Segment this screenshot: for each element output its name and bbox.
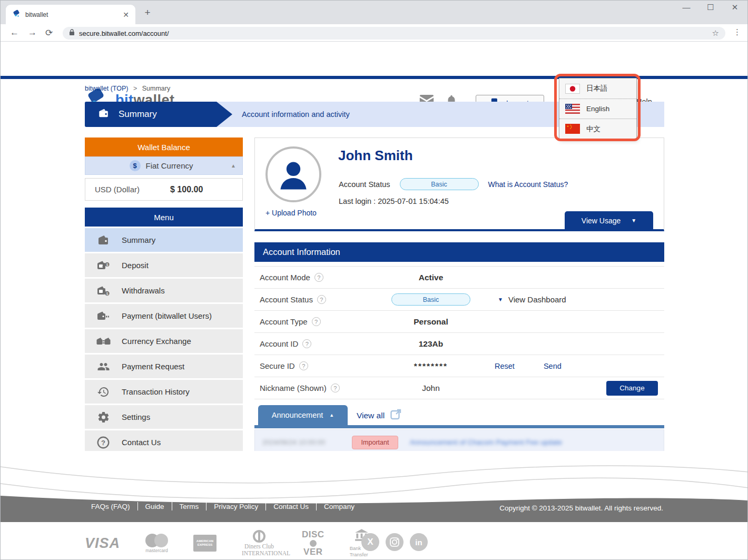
sidebar: Wallet Balance $ Fiat Currency ▲ USD (Do… (85, 137, 243, 454)
view-all-link[interactable]: View all (357, 408, 402, 423)
language-option-chinese[interactable]: 中文 (559, 119, 636, 139)
fiat-currency-toggle[interactable]: $ Fiat Currency ▲ (85, 156, 243, 175)
account-status-label: Account Status (339, 180, 390, 189)
back-icon[interactable]: ← (10, 27, 19, 38)
breadcrumb-separator: > (133, 85, 137, 92)
language-option-japanese[interactable]: 日本語 (559, 78, 636, 99)
help-circle-icon[interactable] (312, 317, 321, 326)
language-dropdown: 日本語 English 中文 (559, 78, 637, 139)
us-flag-icon (565, 104, 580, 114)
footer-link-terms[interactable]: Terms (172, 503, 206, 510)
bookmark-star-icon[interactable]: ☆ (712, 28, 719, 38)
amex-logo-icon: AMERICAN EXPRESS (193, 535, 216, 552)
payment-icon (85, 310, 122, 322)
announcement-divider-bar (254, 425, 664, 428)
help-circle-icon[interactable] (314, 273, 323, 282)
browser-menu-icon[interactable]: ⋮ (733, 27, 741, 37)
close-window-icon[interactable]: ✕ (731, 3, 739, 12)
announcement-item[interactable]: 2024/06/22 14:00:00 Important Additional… (262, 455, 656, 479)
footer-link-contact[interactable]: Contact Us (266, 503, 316, 510)
maximize-icon[interactable]: ☐ (706, 3, 715, 12)
social-links: X in (361, 533, 428, 551)
people-icon (85, 360, 122, 373)
currency-amount: $ 100.00 (170, 185, 203, 194)
minimize-icon[interactable]: — (682, 3, 691, 12)
view-dashboard-link[interactable]: ▼ View Dashboard (498, 295, 566, 304)
sidebar-item-settings[interactable]: Settings (85, 405, 243, 429)
row-account-status: Account Status Basic ▼ View Dashboard (254, 289, 664, 311)
account-id-value: 123Ab (376, 339, 486, 349)
help-circle-icon[interactable] (299, 361, 308, 370)
change-button[interactable]: Change (606, 381, 658, 396)
profile-card: + Upload Photo John Smith Account Status… (254, 137, 664, 231)
discover-logo-icon: DISCVER (302, 529, 324, 557)
chevron-up-icon: ▲ (231, 163, 236, 169)
diners-club-logo-icon: Diners Club INTERNATIONAL (242, 529, 277, 556)
sidebar-item-withdrawals[interactable]: $ Withdrawals (85, 279, 243, 302)
help-circle-icon[interactable] (302, 339, 311, 348)
language-option-english[interactable]: English (559, 99, 636, 119)
reload-icon[interactable]: ⟳ (45, 27, 53, 38)
lock-icon (69, 28, 75, 38)
account-type-value: Personal (376, 317, 486, 327)
announcement-title-link[interactable]: Additional Payment Option in USD (United… (410, 464, 603, 471)
send-link[interactable]: Send (544, 362, 562, 370)
sidebar-item-currency-exchange[interactable]: Currency Exchange (85, 329, 243, 353)
announcement-date: 2024/06/24 10:00:00 (262, 438, 340, 446)
currency-label: USD (Dollar) (95, 185, 140, 194)
account-information-table: Account Mode Active Account Status Basic… (254, 266, 664, 399)
important-badge: Important (352, 460, 398, 474)
reset-link[interactable]: Reset (495, 362, 515, 370)
sidebar-item-payment[interactable]: Payment (bitwallet Users) (85, 304, 243, 328)
external-link-icon (390, 408, 402, 423)
tab-title: bitwallet (25, 11, 123, 18)
announcement-title-link[interactable]: Announcement of Chacom Payment Fee updat… (410, 438, 562, 446)
summary-wallet-icon (85, 234, 122, 247)
chevron-up-icon: ▲ (329, 412, 334, 418)
wallet-balance-header: Wallet Balance (85, 137, 243, 156)
footer-link-company[interactable]: Company (317, 503, 362, 510)
sidebar-item-contact-us[interactable]: ? Contact Us (85, 430, 243, 454)
breadcrumb: bitwallet (TOP) > Summary (85, 85, 170, 92)
balance-row-usd: USD (Dollar) $ 100.00 (85, 178, 243, 201)
footer-link-privacy[interactable]: Privacy Policy (206, 503, 265, 510)
secure-id-value: ******** (376, 361, 486, 371)
tab-announcement[interactable]: Announcement ▲ (258, 405, 348, 425)
help-circle-icon[interactable] (331, 384, 340, 392)
instagram-icon[interactable] (386, 533, 403, 551)
account-information-header: Account Information (254, 242, 664, 262)
history-clock-icon (85, 386, 122, 398)
site-header: bitwallet Logout ▼ English ▼ Help (1, 42, 747, 76)
svg-text:$: $ (106, 291, 108, 295)
chevron-down-icon: ▼ (631, 218, 636, 223)
breadcrumb-home-link[interactable]: bitwallet (TOP) (85, 85, 128, 92)
sidebar-item-payment-request[interactable]: Payment Request (85, 355, 243, 378)
forward-icon[interactable]: → (28, 27, 37, 38)
what-is-account-status-link[interactable]: What is Account Status? (488, 180, 568, 189)
help-circle-icon[interactable] (317, 295, 326, 304)
deposit-icon: $ (85, 259, 122, 272)
footer-link-guide[interactable]: Guide (138, 503, 172, 510)
footer-link-faq[interactable]: FAQs (FAQ) (91, 503, 137, 510)
svg-text:?: ? (101, 438, 105, 446)
visa-logo-icon: VISA (85, 535, 120, 552)
important-badge: Important (352, 436, 398, 449)
browser-tab[interactable]: bitwallet ✕ (6, 5, 135, 24)
close-tab-icon[interactable]: ✕ (123, 11, 129, 19)
sidebar-item-deposit[interactable]: $ Deposit (85, 253, 243, 277)
view-usage-button[interactable]: View Usage ▼ (565, 211, 653, 230)
sidebar-item-summary[interactable]: Summary (85, 228, 243, 252)
currency-exchange-icon (85, 335, 122, 348)
x-twitter-icon[interactable]: X (361, 533, 379, 551)
upload-photo-link[interactable]: + Upload Photo (265, 209, 317, 217)
row-nickname: Nickname (Shown) John Change (254, 377, 664, 399)
sidebar-item-transaction-history[interactable]: Transaction History (85, 380, 243, 404)
announcement-panel: 2024/06/24 10:00:00 Important Announceme… (254, 429, 664, 483)
new-tab-icon[interactable]: + (141, 6, 154, 19)
announcement-item[interactable]: 2024/06/24 10:00:00 Important Announceme… (262, 430, 656, 455)
status-badge: Basic (400, 178, 479, 190)
linkedin-icon[interactable]: in (410, 533, 428, 551)
menu-header: Menu (85, 208, 243, 227)
row-account-id: Account ID 123Ab (254, 333, 664, 355)
address-bar[interactable]: secure.bitwallet.com/account/ ☆ (63, 27, 725, 40)
